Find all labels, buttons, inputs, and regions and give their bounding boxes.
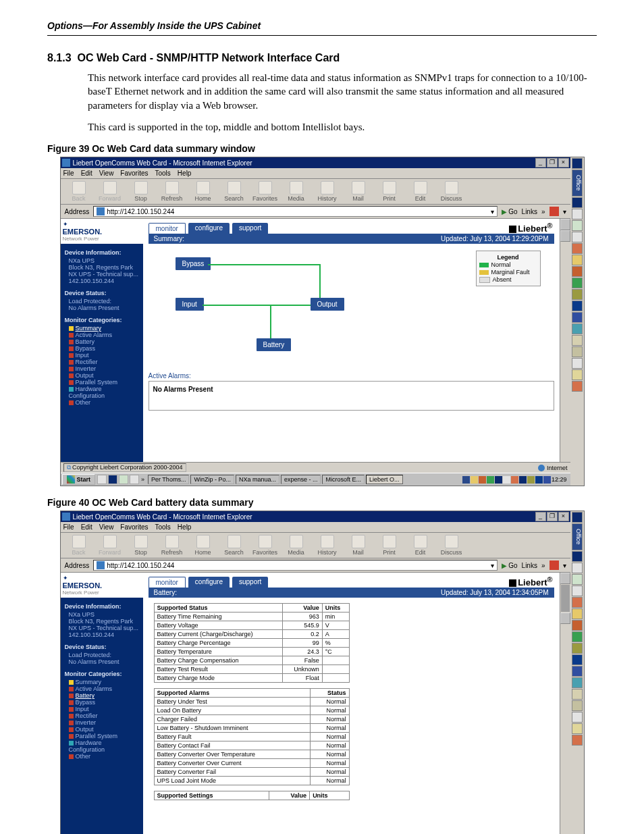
scroll-thumb[interactable]	[561, 585, 570, 612]
toolbar-edit[interactable]: Edit	[406, 181, 435, 202]
links-label[interactable]: Links	[522, 208, 537, 215]
nav-item-bypass[interactable]: Bypass	[69, 345, 139, 352]
menu-view[interactable]: View	[99, 523, 114, 531]
taskbar[interactable]: Start » Per Thoms...WinZip - Po...NXa ma…	[61, 473, 570, 486]
nav-line[interactable]: Block N3, Regents Park	[69, 618, 139, 625]
toolbar-stop[interactable]: Stop	[127, 535, 155, 556]
toolbar-discuss[interactable]: Discuss	[437, 535, 466, 556]
scrollbar[interactable]	[560, 573, 570, 834]
nav-line[interactable]: Load Protected:	[69, 652, 139, 658]
quick-launch[interactable]	[97, 475, 139, 484]
nav-item-other[interactable]: Other	[69, 753, 139, 760]
menu-favorites[interactable]: Favorites	[120, 523, 148, 531]
url-input[interactable]: http://142.100.150.244▾	[93, 560, 498, 571]
nav-line[interactable]: Load Protected:	[69, 298, 139, 305]
nav-line[interactable]: No Alarms Present	[69, 658, 139, 665]
nav-item-other[interactable]: Other	[69, 399, 139, 406]
scrollbar[interactable]	[560, 219, 570, 462]
tab-configure[interactable]: configure	[188, 223, 230, 234]
toolbar-history[interactable]: History	[313, 181, 342, 202]
nav-item-input[interactable]: Input	[69, 706, 139, 712]
minimize-button[interactable]: _	[535, 512, 546, 521]
nav-item-summary[interactable]: Summary	[69, 325, 139, 332]
system-tray[interactable]: 12:29	[462, 476, 569, 484]
menu-file[interactable]: File	[63, 523, 74, 531]
toolbar-back[interactable]: Back	[65, 181, 93, 202]
toolbar-back[interactable]: Back	[65, 535, 93, 556]
nav-line[interactable]: Block N3, Regents Park	[69, 264, 139, 271]
toolbar-media[interactable]: Media	[282, 181, 311, 202]
menu-help[interactable]: Help	[178, 523, 192, 531]
block-bypass[interactable]: Bypass	[176, 257, 211, 270]
nav-item-active-alarms[interactable]: Active Alarms	[69, 332, 139, 338]
task-item[interactable]: Liebert O...	[366, 475, 403, 484]
task-item[interactable]: Per Thoms...	[148, 475, 189, 484]
nav-line[interactable]: 142.100.150.244	[69, 631, 139, 638]
nav-line[interactable]: No Alarms Present	[69, 305, 139, 311]
task-item[interactable]: expense - ...	[281, 475, 321, 484]
toolbar-print[interactable]: Print	[375, 535, 404, 556]
toolbar-edit[interactable]: Edit	[406, 535, 435, 556]
nav-item-battery[interactable]: Battery	[69, 338, 139, 345]
nav-item-bypass[interactable]: Bypass	[69, 699, 139, 706]
nav-item-rectifier[interactable]: Rectifier	[69, 359, 139, 365]
nav-item-parallel-system[interactable]: Parallel System	[69, 733, 139, 739]
menubar[interactable]: File Edit View Favorites Tools Help	[61, 168, 570, 179]
tab-configure[interactable]: configure	[188, 577, 230, 588]
norton-icon[interactable]	[549, 561, 559, 570]
office-shortcut-bar[interactable]: Office	[570, 511, 584, 834]
maximize-button[interactable]: ❐	[547, 512, 558, 521]
toolbar-forward[interactable]: Forward	[96, 535, 124, 556]
toolbar-forward[interactable]: Forward	[96, 181, 124, 202]
nav-item-active-alarms[interactable]: Active Alarms	[69, 685, 139, 692]
nav-item-battery[interactable]: Battery	[69, 692, 139, 699]
toolbar-mail[interactable]: Mail	[344, 181, 373, 202]
menu-edit[interactable]: Edit	[81, 170, 92, 177]
task-item[interactable]: Microsoft E...	[322, 475, 365, 484]
toolbar-refresh[interactable]: Refresh	[158, 535, 186, 556]
nav-item-output[interactable]: Output	[69, 726, 139, 733]
block-battery[interactable]: Battery	[257, 338, 292, 351]
menu-file[interactable]: File	[63, 170, 74, 177]
start-button[interactable]: Start	[62, 474, 96, 485]
menu-help[interactable]: Help	[178, 170, 192, 177]
scroll-up[interactable]	[560, 219, 570, 230]
nav-item-rectifier[interactable]: Rectifier	[69, 712, 139, 719]
nav-item-hardware-configuration[interactable]: Hardware Configuration	[69, 739, 139, 753]
maximize-button[interactable]: ❐	[547, 158, 558, 167]
menu-tools[interactable]: Tools	[155, 170, 170, 177]
toolbar-stop[interactable]: Stop	[127, 181, 155, 202]
toolbar-home[interactable]: Home	[189, 535, 217, 556]
window-titlebar[interactable]: Liebert OpenComms Web Card - Microsoft I…	[61, 511, 570, 522]
nav-item-parallel-system[interactable]: Parallel System	[69, 379, 139, 386]
toolbar-favorites[interactable]: Favorites	[251, 181, 279, 202]
nav-line[interactable]: NXa UPS	[69, 611, 139, 618]
minimize-button[interactable]: _	[535, 158, 546, 167]
toolbar-search[interactable]: Search	[220, 181, 248, 202]
tab-monitor[interactable]: monitor	[149, 223, 186, 234]
tab-support[interactable]: support	[232, 223, 268, 234]
toolbar-refresh[interactable]: Refresh	[158, 181, 186, 202]
nav-item-inverter[interactable]: Inverter	[69, 719, 139, 726]
toolbar-history[interactable]: History	[313, 535, 342, 556]
block-output[interactable]: Output	[311, 298, 344, 311]
links-label[interactable]: Links	[522, 562, 537, 569]
url-input[interactable]: http://142.100.150.244▾	[93, 206, 498, 217]
nav-item-summary[interactable]: Summary	[69, 679, 139, 685]
menubar[interactable]: File Edit View Favorites Tools Help	[61, 522, 570, 533]
nav-line[interactable]: 142.100.150.244	[69, 278, 139, 284]
menu-edit[interactable]: Edit	[81, 523, 92, 531]
close-button[interactable]: ×	[558, 158, 569, 167]
tab-monitor[interactable]: monitor	[149, 577, 186, 588]
block-input[interactable]: Input	[176, 298, 204, 311]
go-button[interactable]: ▶Go	[502, 562, 517, 569]
window-titlebar[interactable]: Liebert OpenComms Web Card - Microsoft I…	[61, 157, 570, 168]
toolbar-media[interactable]: Media	[282, 535, 311, 556]
tab-support[interactable]: support	[232, 577, 268, 588]
nav-item-output[interactable]: Output	[69, 372, 139, 379]
toolbar-favorites[interactable]: Favorites	[251, 535, 279, 556]
toolbar-home[interactable]: Home	[189, 181, 217, 202]
close-button[interactable]: ×	[558, 512, 569, 521]
nav-item-hardware-configuration[interactable]: Hardware Configuration	[69, 386, 139, 399]
nav-line[interactable]: NX UPS - Technical sup...	[69, 271, 139, 278]
